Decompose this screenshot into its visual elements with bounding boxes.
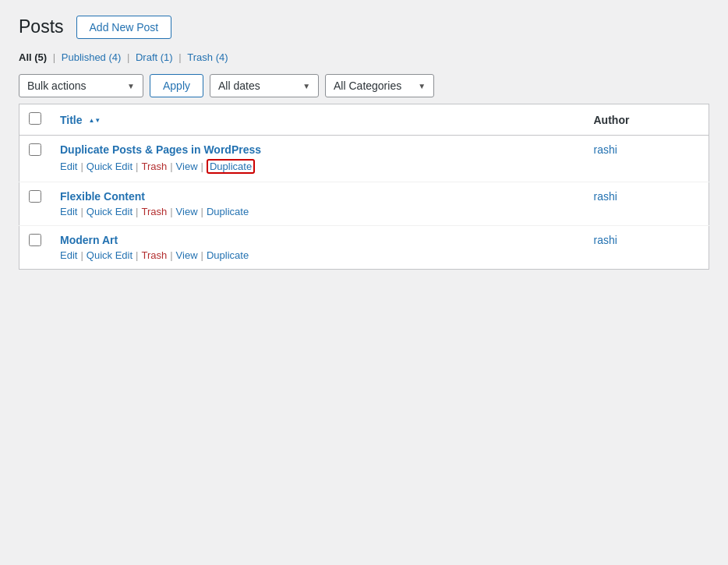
row-3-author-link[interactable]: rashi [594, 234, 617, 246]
row-1-sep-3: | [170, 161, 172, 172]
bulk-actions-chevron-icon: ▼ [127, 82, 135, 90]
select-all-checkbox-cell [19, 104, 51, 136]
filter-published[interactable]: Published (4) [62, 51, 122, 63]
toolbar: Bulk actions ▼ Apply All dates ▼ All Cat… [19, 74, 709, 97]
row-3-sep-4: | [201, 249, 203, 261]
row-1-title-cell: Duplicate Posts & Pages in WordPress Edi… [51, 136, 585, 182]
row-3-sep-3: | [170, 249, 172, 261]
all-categories-dropdown[interactable]: All Categories ▼ [325, 74, 434, 97]
row-3-checkbox[interactable] [29, 234, 41, 246]
row-2-sep-3: | [170, 206, 172, 217]
row-2-sep-2: | [136, 206, 138, 217]
row-2-author-link[interactable]: rashi [594, 190, 617, 203]
row-2-edit-link[interactable]: Edit [60, 206, 77, 217]
table-header-row: Title ▲▼ Author [19, 104, 709, 136]
row-3-trash-link[interactable]: Trash [141, 249, 167, 261]
row-2-post-title-link[interactable]: Flexible Content [60, 190, 575, 203]
row-1-view-link[interactable]: View [176, 161, 198, 172]
row-1-checkbox[interactable] [29, 143, 41, 156]
filter-links: All (5) | Published (4) | Draft (1) | Tr… [19, 51, 709, 63]
row-1-post-title-link[interactable]: Duplicate Posts & Pages in WordPress [60, 143, 575, 156]
row-2-author-cell: rashi [585, 182, 709, 226]
row-1-actions: Edit | Quick Edit | Trash | View | Dupli… [60, 159, 575, 174]
all-dates-label: All dates [218, 79, 260, 92]
row-3-edit-link[interactable]: Edit [60, 249, 77, 261]
all-dates-dropdown[interactable]: All dates ▼ [210, 74, 319, 97]
col-title-label: Title [60, 114, 83, 126]
col-title[interactable]: Title ▲▼ [51, 104, 585, 136]
filter-trash[interactable]: Trash (4) [187, 51, 228, 63]
row-3-duplicate-link[interactable]: Duplicate [207, 249, 249, 261]
col-author: Author [585, 104, 709, 136]
row-3-author-cell: rashi [585, 226, 709, 270]
row-3-checkbox-cell [19, 226, 51, 270]
add-new-post-button[interactable]: Add New Post [76, 16, 172, 39]
row-1-edit-link[interactable]: Edit [60, 161, 77, 172]
row-1-quick-edit-link[interactable]: Quick Edit [87, 161, 133, 172]
row-3-sep-1: | [80, 249, 83, 261]
row-1-author-cell: rashi [585, 136, 709, 182]
bulk-actions-label: Bulk actions [27, 79, 86, 92]
sep-1: | [53, 51, 58, 63]
row-1-sep-1: | [80, 161, 83, 172]
filter-draft[interactable]: Draft (1) [136, 51, 173, 63]
select-all-checkbox[interactable] [29, 112, 41, 125]
page-header: Posts Add New Post [19, 16, 709, 39]
posts-table: Title ▲▼ Author Duplicate Posts & Pages … [19, 104, 709, 270]
row-2-actions: Edit | Quick Edit | Trash | View | Dupli… [60, 206, 575, 217]
row-2-checkbox[interactable] [29, 190, 41, 203]
row-2-checkbox-cell [19, 182, 51, 226]
row-3-title-cell: Modern Art Edit | Quick Edit | Trash | V… [51, 226, 585, 270]
row-2-view-link[interactable]: View [176, 206, 198, 217]
all-categories-label: All Categories [334, 79, 401, 92]
row-3-sep-2: | [136, 249, 138, 261]
table-row: Modern Art Edit | Quick Edit | Trash | V… [19, 226, 709, 270]
apply-button[interactable]: Apply [150, 74, 203, 97]
table-row: Flexible Content Edit | Quick Edit | Tra… [19, 182, 709, 226]
row-2-sep-1: | [80, 206, 83, 217]
all-dates-chevron-icon: ▼ [302, 82, 310, 90]
page-title: Posts [19, 16, 64, 39]
row-2-duplicate-link[interactable]: Duplicate [207, 206, 249, 217]
filter-all[interactable]: All (5) [19, 51, 47, 63]
sep-2: | [127, 51, 133, 63]
row-3-actions: Edit | Quick Edit | Trash | View | Dupli… [60, 249, 575, 261]
row-3-post-title-link[interactable]: Modern Art [60, 234, 575, 246]
row-1-checkbox-cell [19, 136, 51, 182]
row-1-duplicate-link[interactable]: Duplicate [207, 159, 255, 174]
row-2-title-cell: Flexible Content Edit | Quick Edit | Tra… [51, 182, 585, 226]
row-3-view-link[interactable]: View [176, 249, 198, 261]
row-1-sep-2: | [136, 161, 138, 172]
row-1-trash-link[interactable]: Trash [141, 161, 167, 172]
bulk-actions-dropdown[interactable]: Bulk actions ▼ [19, 74, 143, 97]
sep-3: | [178, 51, 184, 63]
row-2-sep-4: | [201, 206, 203, 217]
sort-arrows-icon: ▲▼ [88, 118, 101, 124]
row-2-trash-link[interactable]: Trash [141, 206, 167, 217]
row-2-quick-edit-link[interactable]: Quick Edit [87, 206, 133, 217]
col-author-label: Author [594, 114, 630, 126]
row-3-quick-edit-link[interactable]: Quick Edit [87, 249, 133, 261]
row-1-sep-4: | [201, 161, 203, 172]
table-row: Duplicate Posts & Pages in WordPress Edi… [19, 136, 709, 182]
row-1-author-link[interactable]: rashi [594, 143, 617, 156]
all-categories-chevron-icon: ▼ [418, 82, 426, 90]
